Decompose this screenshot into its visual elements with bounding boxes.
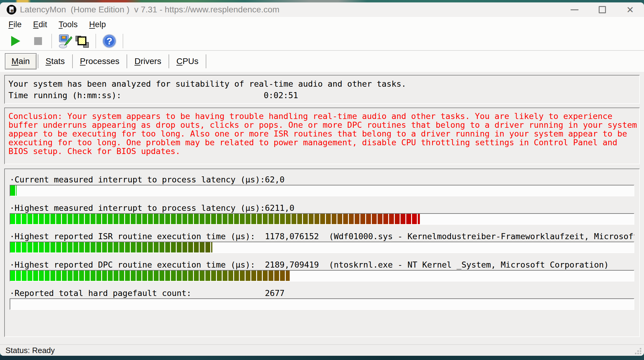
- conclusion-text: Conclusion: Your system appears to be ha…: [8, 112, 639, 156]
- pagefault-label: ·Reported total hard pagefault count:: [10, 288, 265, 298]
- close-icon: ✕: [626, 5, 634, 15]
- toolbar-separator: [123, 34, 123, 48]
- analysis-box: Your system has been analyzed for suitab…: [4, 75, 640, 104]
- measurement-row: ·Current measured interrupt to process l…: [10, 174, 634, 196]
- status-bar: Status: Ready: [0, 344, 644, 356]
- isr-time-bar: [10, 242, 634, 253]
- copy-icon: [75, 34, 89, 48]
- settings-icon: [58, 34, 72, 48]
- toolbar-separator: [51, 34, 52, 48]
- menu-bar: File Edit Tools Help: [0, 17, 644, 32]
- measurements-box: ·Current measured interrupt to process l…: [4, 169, 640, 337]
- toolbar: ?: [0, 32, 644, 51]
- time-running-label: Time running (h:mm:ss):: [8, 91, 264, 100]
- tab-processes[interactable]: Processes: [73, 56, 127, 66]
- title-bar[interactable]: LatencyMon (Home Edition ) v 7.31 - http…: [0, 2, 644, 17]
- pagefault-value: 2677: [265, 288, 285, 298]
- stop-icon: [34, 37, 42, 45]
- isr-time-value: 1178,076152: [265, 232, 319, 241]
- tab-bar: Main Stats Processes Drivers CPUs: [0, 51, 644, 72]
- time-running-line: Time running (h:mm:ss): 0:02:51: [8, 89, 639, 101]
- minimize-button[interactable]: [561, 2, 588, 17]
- dpc-time-bar: [10, 270, 634, 281]
- current-latency-bar: [10, 185, 634, 196]
- close-button[interactable]: ✕: [616, 2, 644, 17]
- analysis-line: Your system has been analyzed for suitab…: [8, 78, 639, 89]
- help-icon: ?: [102, 34, 117, 48]
- toolbar-separator: [95, 34, 96, 48]
- highest-latency-bar: [10, 213, 634, 225]
- menu-help[interactable]: Help: [89, 20, 106, 29]
- app-icon: [7, 5, 16, 14]
- help-button[interactable]: ?: [101, 33, 118, 49]
- pagefault-bar: [10, 298, 634, 310]
- measurement-row: ·Highest reported ISR routine execution …: [10, 231, 634, 253]
- isr-driver-info: (Wdf01000.sys - Kernelmodustreiber-Frame…: [329, 232, 634, 241]
- isr-time-label: ·Highest reported ISR routine execution …: [10, 232, 265, 241]
- analysis-text: Your system has been analyzed for suitab…: [8, 79, 406, 88]
- current-latency-value: 62,0: [265, 175, 285, 184]
- menu-edit[interactable]: Edit: [33, 20, 47, 29]
- copy-report-button[interactable]: [74, 33, 91, 49]
- maximize-button[interactable]: [588, 2, 616, 17]
- measurement-row: ·Highest reported DPC routine execution …: [10, 259, 634, 281]
- conclusion-box: Conclusion: Your system appears to be ha…: [4, 108, 640, 164]
- options-button[interactable]: [57, 33, 74, 49]
- window-controls: ✕: [561, 2, 644, 17]
- tab-separator: [206, 54, 206, 68]
- tab-cpus[interactable]: CPUs: [169, 56, 206, 66]
- dpc-time-value: 2189,709419: [265, 260, 319, 269]
- status-text: Status: Ready: [5, 346, 55, 355]
- tab-stats[interactable]: Stats: [38, 56, 72, 66]
- svg-text:?: ?: [106, 36, 112, 47]
- latencymon-window: LatencyMon (Home Edition ) v 7.31 - http…: [0, 2, 644, 356]
- current-latency-label: ·Current measured interrupt to process l…: [10, 175, 265, 184]
- measurement-row: ·Highest measured interrupt to process l…: [10, 202, 634, 225]
- minimize-icon: [571, 9, 578, 10]
- dpc-driver-info: (ntoskrnl.exe - NT Kernel _System, Micro…: [329, 260, 609, 269]
- menu-tools[interactable]: Tools: [59, 20, 78, 29]
- resize-grip-icon[interactable]: [635, 348, 642, 355]
- highest-latency-label: ·Highest measured interrupt to process l…: [10, 203, 265, 213]
- main-panel: Your system has been analyzed for suitab…: [0, 72, 644, 344]
- highest-latency-value: 6211,0: [265, 203, 295, 213]
- dpc-time-label: ·Highest reported DPC routine execution …: [10, 260, 265, 269]
- measurement-row: ·Reported total hard pagefault count: 26…: [10, 288, 634, 310]
- time-running-value: 0:02:51: [264, 91, 298, 100]
- tab-main[interactable]: Main: [5, 53, 37, 69]
- tab-drivers[interactable]: Drivers: [127, 56, 169, 66]
- desktop-background: LatencyMon (Home Edition ) v 7.31 - http…: [0, 0, 644, 360]
- window-title: LatencyMon (Home Edition ) v 7.31 - http…: [20, 5, 279, 14]
- menu-file[interactable]: File: [8, 20, 22, 29]
- play-icon: [11, 36, 20, 46]
- stop-button[interactable]: [30, 33, 47, 49]
- maximize-icon: [599, 6, 606, 13]
- start-button[interactable]: [7, 33, 24, 49]
